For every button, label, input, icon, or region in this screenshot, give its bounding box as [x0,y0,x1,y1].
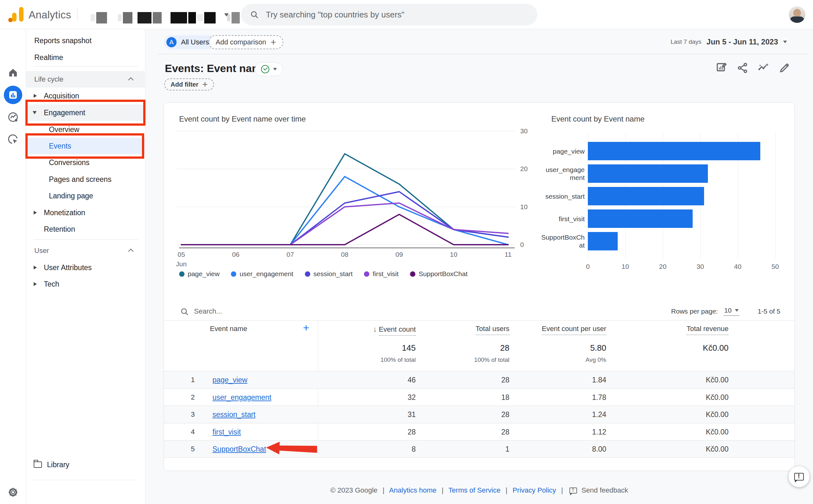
send-feedback[interactable]: Send feedback [582,486,628,494]
legend-dot-icon [179,271,184,277]
event-link-page-view[interactable]: page_view [212,376,247,384]
x-tick-label: 40 [730,263,746,270]
divider [34,480,138,480]
sidebar-item-library[interactable]: Library [26,456,145,473]
column-header-total-users[interactable]: Total users [476,325,510,333]
x-tick-label: 05 [177,251,185,258]
advertising-icon[interactable] [4,130,22,149]
analytics-logo[interactable] [8,7,24,22]
customize-report-icon[interactable] [716,62,727,74]
feedback-icon [570,487,577,494]
section-header-user[interactable]: User [26,242,145,259]
search-input[interactable] [266,10,520,20]
column-header-total-revenue[interactable]: Total revenue [687,325,729,333]
footer-link-analytics-home[interactable]: Analytics home [389,486,437,494]
table-row: 3 session_start 31 28 1.24 Kč0.00 [164,406,795,423]
section-header-life-cycle[interactable]: Life cycle [26,71,145,88]
report-nav-sidebar: Reports snapshot Realtime Life cycle Acq… [26,29,145,504]
feedback-fab[interactable] [789,466,810,487]
logo-bar [12,13,17,22]
add-filter-button[interactable]: Add filter + [164,78,214,90]
rows-per-page-label: Rows per page: [671,308,718,315]
sidebar-item-retention[interactable]: Retention [26,221,145,237]
legend-item-user_engagement: user_engagement [231,270,293,278]
home-icon[interactable] [4,63,22,82]
footer-link-terms[interactable]: Terms of Service [449,486,501,494]
chevron-right-icon [34,266,37,269]
report-card: Event count by Event name over time 0102… [163,102,795,471]
rows-per-page-select[interactable]: 10 [723,307,739,316]
sidebar-item-acquisition[interactable]: Acquisition [26,88,145,104]
line-chart: 010203005060708091011Jun [164,127,536,270]
avatar[interactable] [789,6,805,23]
divider [164,320,795,321]
redacted-property-name[interactable] [90,11,240,24]
event-link-supportboxchat[interactable]: SupportBoxChat [212,445,266,454]
divider [158,54,807,54]
column-header-event-name[interactable]: Event name [210,325,247,333]
legend-item-page_view: page_view [179,270,219,278]
event-link-session-start[interactable]: session_start [212,410,256,419]
check-circle-icon [261,65,269,73]
divider [34,66,138,66]
date-range-selector[interactable]: Last 7 days Jun 5 - Jun 11, 2023 [670,37,787,46]
plus-icon: + [270,39,276,45]
bar-page_view [588,142,760,160]
table-search-input[interactable] [194,307,321,315]
explore-icon[interactable] [4,108,22,126]
account-switcher-caret-icon[interactable] [224,13,229,17]
nav-rail [0,29,26,504]
reports-icon[interactable] [4,86,22,104]
totals-event-count-sub: 100% of total [380,356,416,363]
sidebar-item-user-attributes[interactable]: User Attributes [26,259,145,276]
bar-session_start [588,187,704,205]
report-status-pill[interactable] [255,62,283,76]
legend-dot-icon [231,271,236,277]
bar-category-label: user_engagement [540,165,585,182]
table-row: 2 user_engagement 32 18 1.78 Kč0.00 [164,388,795,406]
event-link-first-visit[interactable]: first_visit [212,428,241,436]
comparison-label: All Users [181,38,209,46]
column-header-event-count[interactable]: ↓Event count [373,325,416,334]
folder-icon [34,461,42,468]
copyright: © 2023 Google [330,486,377,494]
totals-revenue: Kč0.00 [703,343,729,353]
sidebar-item-pages-and-screens[interactable]: Pages and screens [26,171,145,188]
divider [77,8,77,21]
x-tick-label: 50 [767,263,783,270]
x-tick-label: 0 [580,263,596,270]
brand-title: Analytics [29,9,71,21]
sidebar-item-overview[interactable]: Overview [26,121,145,138]
x-tick-label: 06 [232,251,239,258]
legend-dot-icon [410,271,416,277]
chart-legend: page_viewuser_engagementsession_startfir… [179,270,468,278]
sidebar-item-realtime[interactable]: Realtime [26,49,145,66]
sidebar-item-reports-snapshot[interactable]: Reports snapshot [26,32,145,49]
footer-link-privacy[interactable]: Privacy Policy [513,486,556,494]
bar-category-label: first_visit [540,210,585,227]
add-column-icon[interactable]: + [303,322,309,334]
column-header-event-count-per-user[interactable]: Event count per user [542,325,606,333]
event-link-user-engagement[interactable]: user_engagement [212,393,271,402]
global-search[interactable] [241,4,537,25]
insights-icon[interactable] [758,62,769,74]
sidebar-item-conversions[interactable]: Conversions [26,154,145,171]
chevron-down-icon [273,68,277,70]
share-icon[interactable] [737,62,748,74]
table-row: 4 first_visit 28 28 1.12 Kč0.00 [164,423,795,441]
legend-item-first_visit: first_visit [364,270,398,278]
date-range: Jun 5 - Jun 11, 2023 [707,37,778,46]
x-tick-label: 10 [617,263,633,270]
x-tick-label: 09 [395,251,403,258]
settings-gear-icon[interactable] [7,486,19,498]
sidebar-item-engagement[interactable]: Engagement [26,104,145,121]
x-axis-month-label: Jun [176,260,187,268]
sidebar-item-events[interactable]: Events [26,138,145,154]
x-tick-label: 11 [505,251,512,258]
add-comparison-button[interactable]: Add comparison + [209,35,283,49]
sidebar-item-landing-page[interactable]: Landing page [26,188,145,204]
edit-icon[interactable] [779,62,790,74]
bar-category-label: page_view [540,143,585,159]
sidebar-item-tech[interactable]: Tech [26,276,145,292]
sidebar-item-monetization[interactable]: Monetization [26,204,145,221]
